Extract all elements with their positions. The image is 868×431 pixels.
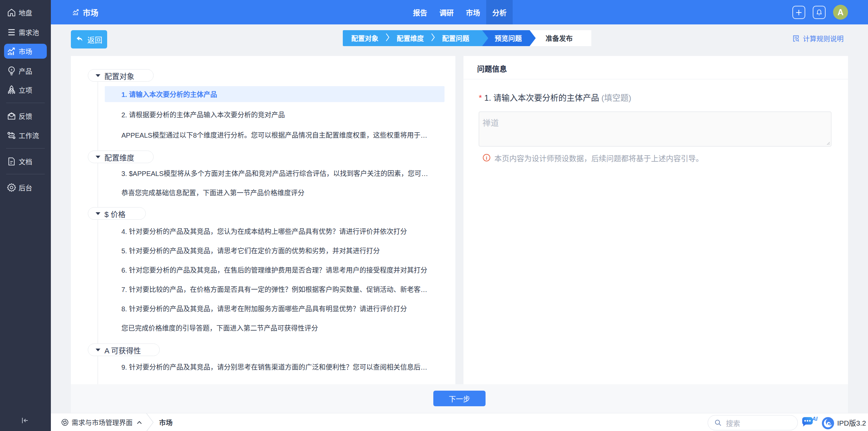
svg-text:AI: AI: [812, 416, 818, 422]
